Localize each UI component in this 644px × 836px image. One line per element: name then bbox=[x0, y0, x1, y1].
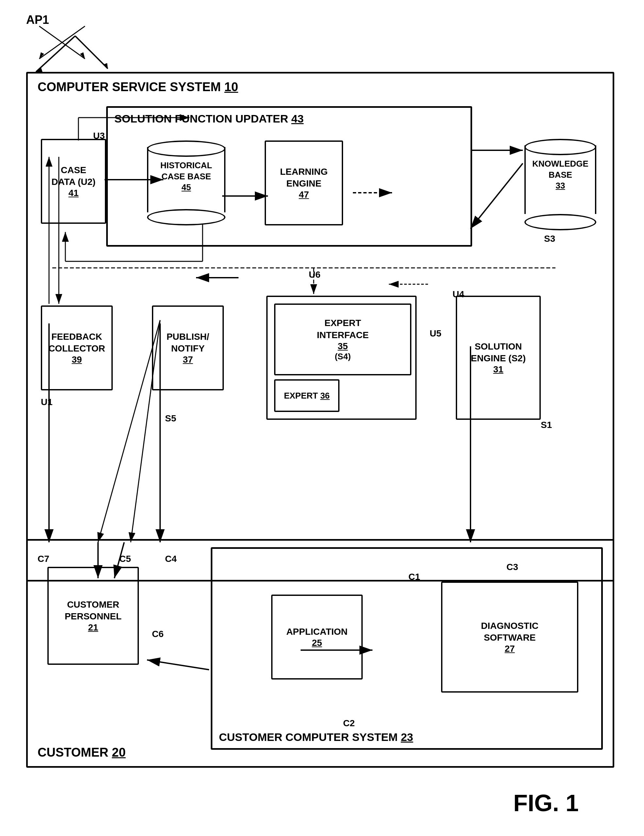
s1-label: S1 bbox=[541, 420, 552, 430]
customer-number: 20 bbox=[112, 746, 126, 759]
c4-label: C4 bbox=[165, 554, 177, 564]
customer-personnel-number: 21 bbox=[88, 622, 98, 633]
computer-service-system-box: COMPUTER SERVICE SYSTEM 10 SOLUTION FUNC… bbox=[26, 72, 614, 581]
expert-interface-sub: (S4) bbox=[335, 351, 351, 362]
expert-label: EXPERT 36 bbox=[284, 391, 330, 401]
u5-label: U5 bbox=[430, 328, 441, 339]
diagnostic-software-number: 27 bbox=[505, 643, 515, 654]
learning-engine-number: 47 bbox=[299, 189, 309, 200]
computer-service-system-label: COMPUTER SERVICE SYSTEM 10 bbox=[38, 80, 238, 94]
expert-box: EXPERT 36 bbox=[274, 379, 340, 412]
historical-case-base-label: HISTORICALCASE BASE 45 bbox=[147, 160, 226, 193]
page: AP1 COMPUTER SERVICE SYSTEM 10 SOLUTION … bbox=[0, 0, 644, 836]
learning-engine-label: LEARNINGENGINE bbox=[280, 166, 328, 190]
u3-label: U3 bbox=[93, 131, 105, 141]
publish-notify-box: PUBLISH/NOTIFY 37 bbox=[152, 305, 224, 390]
feedback-collector-box: FEEDBACKCOLLECTOR 39 bbox=[41, 305, 113, 390]
feedback-collector-number: 39 bbox=[72, 354, 82, 365]
customer-outer-box: CUSTOMER 20 CUSTOMERPERSONNEL 21 CUSTOME… bbox=[26, 539, 614, 768]
application-label: APPLICATION bbox=[286, 626, 348, 638]
feedback-collector-label: FEEDBACKCOLLECTOR bbox=[48, 331, 105, 355]
c2-label: C2 bbox=[343, 718, 355, 728]
publish-notify-label: PUBLISH/NOTIFY bbox=[167, 331, 209, 355]
c6-label: C6 bbox=[152, 629, 164, 639]
solution-engine-label: SOLUTIONENGINE (S2) bbox=[471, 341, 526, 364]
solution-engine-number: 31 bbox=[493, 364, 503, 375]
ccs-number: 23 bbox=[401, 731, 414, 743]
c1-label: C1 bbox=[409, 572, 420, 582]
expert-interface-outer-box: EXPERTINTERFACE 35 (S4) EXPERT 36 bbox=[266, 296, 417, 420]
application-box: APPLICATION 25 bbox=[271, 594, 363, 679]
historical-case-base-cylinder: HISTORICALCASE BASE 45 bbox=[147, 140, 226, 225]
diagnostic-software-box: DIAGNOSTICSOFTWARE 27 bbox=[441, 581, 578, 692]
u1-label: U1 bbox=[41, 397, 52, 407]
svg-line-4 bbox=[36, 36, 75, 72]
application-number: 25 bbox=[312, 638, 322, 648]
knowledge-base-cylinder: KNOWLEDGEBASE 33 bbox=[525, 139, 596, 230]
ccs-label: CUSTOMER COMPUTER SYSTEM 23 bbox=[219, 731, 413, 743]
c5-label: C5 bbox=[119, 554, 131, 564]
ccs-box: CUSTOMER COMPUTER SYSTEM 23 APPLICATION … bbox=[211, 547, 603, 750]
svg-line-6 bbox=[75, 36, 108, 69]
u6-label: U6 bbox=[309, 269, 320, 280]
solution-engine-box: SOLUTIONENGINE (S2) 31 bbox=[456, 296, 541, 420]
u4-label: U4 bbox=[453, 289, 464, 300]
case-data-label: CASEDATA (U2) bbox=[52, 164, 96, 188]
knowledge-base-label: KNOWLEDGEBASE 33 bbox=[525, 158, 596, 191]
customer-personnel-box: CUSTOMERPERSONNEL 21 bbox=[47, 567, 139, 665]
expert-interface-box: EXPERTINTERFACE 35 (S4) bbox=[274, 304, 411, 376]
expert-interface-number: 35 bbox=[338, 341, 348, 351]
s5-label: S5 bbox=[165, 413, 176, 424]
solution-updater-box: SOLUTION FUNCTION UPDATER 43 HISTORICALC… bbox=[106, 106, 472, 247]
c3-label: C3 bbox=[507, 562, 518, 572]
publish-notify-number: 37 bbox=[183, 354, 193, 365]
svg-marker-5 bbox=[36, 67, 42, 72]
c7-label: C7 bbox=[38, 554, 49, 564]
customer-personnel-label: CUSTOMERPERSONNEL bbox=[65, 599, 121, 623]
case-data-box: CASEDATA (U2) 41 bbox=[41, 139, 106, 224]
case-data-number: 41 bbox=[68, 188, 78, 198]
learning-engine-box: LEARNINGENGINE 47 bbox=[265, 140, 343, 225]
fig-label: FIG. 1 bbox=[513, 790, 579, 816]
solution-updater-label: SOLUTION FUNCTION UPDATER 43 bbox=[114, 113, 304, 125]
expert-interface-label: EXPERTINTERFACE bbox=[317, 317, 369, 341]
customer-label: CUSTOMER 20 bbox=[38, 746, 126, 759]
css-number: 10 bbox=[224, 80, 238, 94]
diagnostic-software-label: DIAGNOSTICSOFTWARE bbox=[481, 620, 538, 644]
s3-label: S3 bbox=[544, 233, 555, 244]
